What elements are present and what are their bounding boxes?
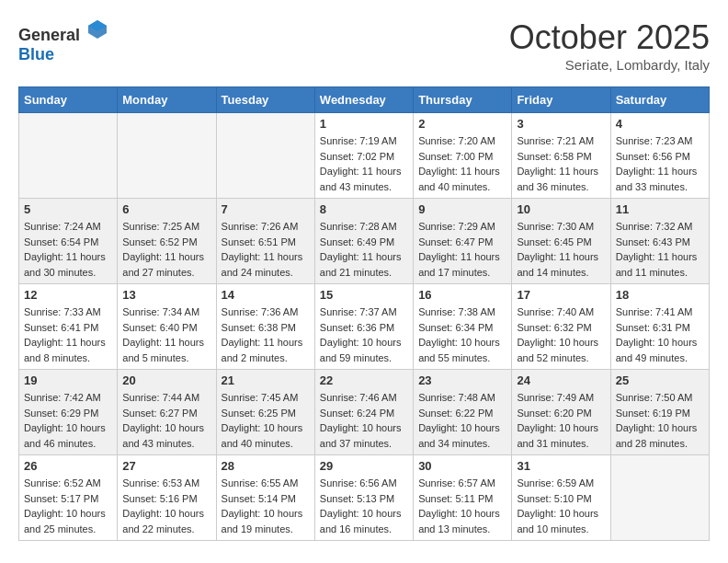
calendar-cell: 7Sunrise: 7:26 AMSunset: 6:51 PMDaylight… <box>216 199 314 284</box>
weekday-header-sunday: Sunday <box>19 87 118 113</box>
day-info: Sunrise: 7:48 AMSunset: 6:22 PMDaylight:… <box>418 390 506 451</box>
day-number: 21 <box>222 373 310 387</box>
day-number: 30 <box>418 459 506 473</box>
calendar-cell: 20Sunrise: 7:44 AMSunset: 6:27 PMDayligh… <box>118 370 216 455</box>
calendar-cell: 10Sunrise: 7:30 AMSunset: 6:45 PMDayligh… <box>512 199 610 284</box>
calendar-week-row: 5Sunrise: 7:24 AMSunset: 6:54 PMDaylight… <box>19 199 710 284</box>
day-info: Sunrise: 6:55 AMSunset: 5:14 PMDaylight:… <box>222 476 310 536</box>
day-info: Sunrise: 7:41 AMSunset: 6:31 PMDaylight:… <box>616 304 704 365</box>
calendar-cell: 1Sunrise: 7:19 AMSunset: 7:02 PMDaylight… <box>314 113 413 199</box>
calendar-cell: 14Sunrise: 7:36 AMSunset: 6:38 PMDayligh… <box>216 284 314 370</box>
calendar-week-row: 12Sunrise: 7:33 AMSunset: 6:41 PMDayligh… <box>19 284 710 370</box>
location-subtitle: Seriate, Lombardy, Italy <box>509 57 710 73</box>
page-header: General Blue October 2025 Seriate, Lomba… <box>18 18 710 73</box>
day-info: Sunrise: 7:50 AMSunset: 6:19 PMDaylight:… <box>616 390 704 451</box>
calendar-cell: 2Sunrise: 7:20 AMSunset: 7:00 PMDaylight… <box>414 113 512 199</box>
calendar-cell: 27Sunrise: 6:53 AMSunset: 5:16 PMDayligh… <box>118 455 216 541</box>
day-info: Sunrise: 6:52 AMSunset: 5:17 PMDaylight:… <box>24 476 112 536</box>
day-number: 10 <box>517 202 605 216</box>
calendar-cell: 28Sunrise: 6:55 AMSunset: 5:14 PMDayligh… <box>216 455 314 541</box>
calendar-cell: 15Sunrise: 7:37 AMSunset: 6:36 PMDayligh… <box>314 284 413 370</box>
day-info: Sunrise: 7:32 AMSunset: 6:43 PMDaylight:… <box>616 219 704 280</box>
weekday-header-saturday: Saturday <box>610 87 709 113</box>
day-number: 31 <box>517 459 605 473</box>
calendar-cell: 8Sunrise: 7:28 AMSunset: 6:49 PMDaylight… <box>314 199 413 284</box>
day-info: Sunrise: 7:19 AMSunset: 7:02 PMDaylight:… <box>320 133 408 194</box>
day-number: 4 <box>616 117 704 131</box>
day-number: 29 <box>320 459 408 473</box>
day-number: 11 <box>616 202 704 216</box>
calendar-cell: 29Sunrise: 6:56 AMSunset: 5:13 PMDayligh… <box>314 455 413 541</box>
calendar-cell <box>19 113 118 199</box>
calendar-cell <box>610 455 709 541</box>
calendar-cell: 4Sunrise: 7:23 AMSunset: 6:56 PMDaylight… <box>610 113 709 199</box>
weekday-header-tuesday: Tuesday <box>216 87 314 113</box>
day-info: Sunrise: 6:53 AMSunset: 5:16 PMDaylight:… <box>122 476 210 536</box>
calendar-cell <box>118 113 216 199</box>
logo-blue: Blue <box>18 45 54 63</box>
calendar-cell: 13Sunrise: 7:34 AMSunset: 6:40 PMDayligh… <box>118 284 216 370</box>
day-info: Sunrise: 7:25 AMSunset: 6:52 PMDaylight:… <box>122 219 210 280</box>
day-info: Sunrise: 7:37 AMSunset: 6:36 PMDaylight:… <box>320 304 408 365</box>
calendar-header-row: SundayMondayTuesdayWednesdayThursdayFrid… <box>19 87 710 113</box>
day-info: Sunrise: 7:49 AMSunset: 6:20 PMDaylight:… <box>517 390 605 451</box>
day-info: Sunrise: 7:33 AMSunset: 6:41 PMDaylight:… <box>24 304 112 365</box>
day-number: 26 <box>24 459 112 473</box>
calendar-cell: 21Sunrise: 7:45 AMSunset: 6:25 PMDayligh… <box>216 370 314 455</box>
weekday-header-monday: Monday <box>118 87 216 113</box>
day-number: 25 <box>616 373 704 387</box>
calendar-cell: 5Sunrise: 7:24 AMSunset: 6:54 PMDaylight… <box>19 199 118 284</box>
day-info: Sunrise: 7:29 AMSunset: 6:47 PMDaylight:… <box>418 219 506 280</box>
day-info: Sunrise: 7:34 AMSunset: 6:40 PMDaylight:… <box>122 304 210 365</box>
calendar-cell: 25Sunrise: 7:50 AMSunset: 6:19 PMDayligh… <box>610 370 709 455</box>
day-info: Sunrise: 7:23 AMSunset: 6:56 PMDaylight:… <box>616 133 704 194</box>
day-info: Sunrise: 7:45 AMSunset: 6:25 PMDaylight:… <box>222 390 310 451</box>
day-info: Sunrise: 7:21 AMSunset: 6:58 PMDaylight:… <box>517 133 605 194</box>
day-info: Sunrise: 7:42 AMSunset: 6:29 PMDaylight:… <box>24 390 112 451</box>
day-number: 22 <box>320 373 408 387</box>
day-info: Sunrise: 6:59 AMSunset: 5:10 PMDaylight:… <box>517 476 605 536</box>
day-number: 5 <box>24 202 112 216</box>
calendar-cell: 16Sunrise: 7:38 AMSunset: 6:34 PMDayligh… <box>414 284 512 370</box>
day-number: 7 <box>222 202 310 216</box>
day-number: 18 <box>616 288 704 302</box>
calendar-week-row: 26Sunrise: 6:52 AMSunset: 5:17 PMDayligh… <box>19 455 710 541</box>
day-info: Sunrise: 7:40 AMSunset: 6:32 PMDaylight:… <box>517 304 605 365</box>
day-number: 17 <box>517 288 605 302</box>
day-number: 23 <box>418 373 506 387</box>
day-number: 2 <box>418 117 506 131</box>
calendar-table: SundayMondayTuesdayWednesdayThursdayFrid… <box>18 86 710 541</box>
calendar-cell: 22Sunrise: 7:46 AMSunset: 6:24 PMDayligh… <box>314 370 413 455</box>
weekday-header-friday: Friday <box>512 87 610 113</box>
calendar-cell: 24Sunrise: 7:49 AMSunset: 6:20 PMDayligh… <box>512 370 610 455</box>
day-number: 27 <box>122 459 210 473</box>
logo-icon <box>86 18 108 40</box>
calendar-cell: 6Sunrise: 7:25 AMSunset: 6:52 PMDaylight… <box>118 199 216 284</box>
calendar-cell: 11Sunrise: 7:32 AMSunset: 6:43 PMDayligh… <box>610 199 709 284</box>
day-number: 15 <box>320 288 408 302</box>
calendar-cell: 17Sunrise: 7:40 AMSunset: 6:32 PMDayligh… <box>512 284 610 370</box>
calendar-cell: 23Sunrise: 7:48 AMSunset: 6:22 PMDayligh… <box>414 370 512 455</box>
month-title: October 2025 <box>509 18 710 57</box>
weekday-header-thursday: Thursday <box>414 87 512 113</box>
calendar-week-row: 1Sunrise: 7:19 AMSunset: 7:02 PMDaylight… <box>19 113 710 199</box>
logo-text: General Blue <box>18 18 108 64</box>
logo-general: General <box>18 26 80 44</box>
calendar-cell: 12Sunrise: 7:33 AMSunset: 6:41 PMDayligh… <box>19 284 118 370</box>
day-number: 16 <box>418 288 506 302</box>
calendar-cell: 9Sunrise: 7:29 AMSunset: 6:47 PMDaylight… <box>414 199 512 284</box>
calendar-cell: 30Sunrise: 6:57 AMSunset: 5:11 PMDayligh… <box>414 455 512 541</box>
day-info: Sunrise: 7:44 AMSunset: 6:27 PMDaylight:… <box>122 390 210 451</box>
day-number: 8 <box>320 202 408 216</box>
calendar-cell: 19Sunrise: 7:42 AMSunset: 6:29 PMDayligh… <box>19 370 118 455</box>
day-number: 13 <box>122 288 210 302</box>
day-info: Sunrise: 7:38 AMSunset: 6:34 PMDaylight:… <box>418 304 506 365</box>
title-block: October 2025 Seriate, Lombardy, Italy <box>509 18 710 73</box>
day-info: Sunrise: 7:30 AMSunset: 6:45 PMDaylight:… <box>517 219 605 280</box>
day-info: Sunrise: 6:56 AMSunset: 5:13 PMDaylight:… <box>320 476 408 536</box>
day-number: 1 <box>320 117 408 131</box>
day-number: 6 <box>122 202 210 216</box>
day-info: Sunrise: 7:46 AMSunset: 6:24 PMDaylight:… <box>320 390 408 451</box>
calendar-week-row: 19Sunrise: 7:42 AMSunset: 6:29 PMDayligh… <box>19 370 710 455</box>
calendar-cell: 26Sunrise: 6:52 AMSunset: 5:17 PMDayligh… <box>19 455 118 541</box>
